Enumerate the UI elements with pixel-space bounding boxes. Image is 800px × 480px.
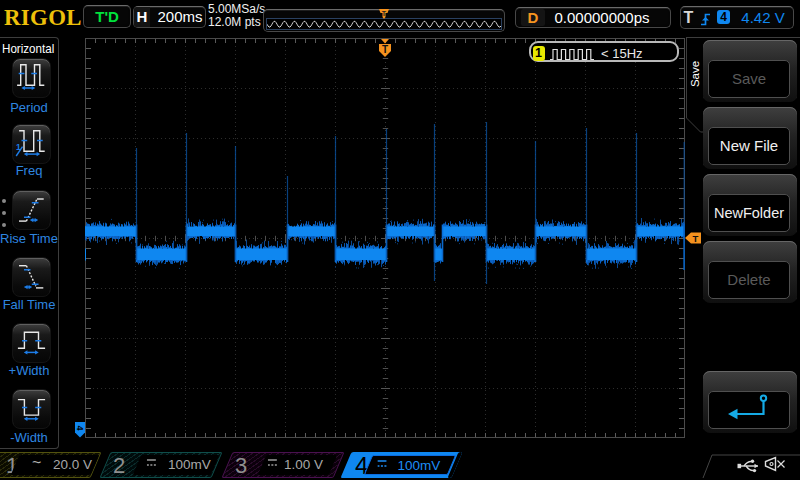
svg-text:T: T (693, 233, 699, 244)
svg-text:T: T (382, 10, 387, 17)
svg-text:4: 4 (75, 425, 85, 430)
svg-text:T: T (382, 44, 388, 55)
